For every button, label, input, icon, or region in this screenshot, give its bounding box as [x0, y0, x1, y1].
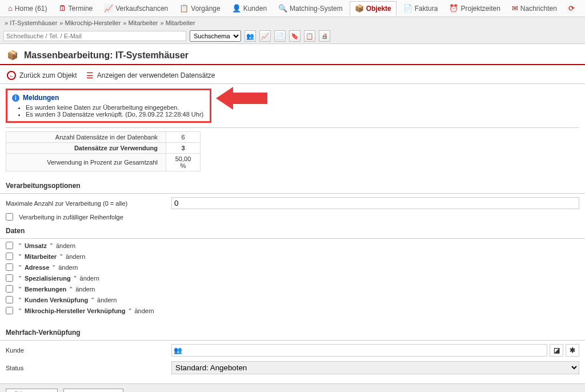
top-nav: ⌂Home (61)🗓Termine📈Verkaufschancen📋Vorgä…: [0, 0, 585, 17]
nav-label: Faktura: [415, 5, 438, 13]
nav-label: Kunden: [243, 5, 267, 13]
search-bar: Suchschema 👥 📈 📄 🔖 📋 🖨: [0, 29, 585, 44]
breadcrumb: IT-SystemhäuserMikrochip-HerstellerMitar…: [0, 17, 585, 29]
stat-label: Verwendung in Prozent zur Gesamtzahl: [6, 154, 166, 171]
nav-icon: 🔍: [278, 4, 287, 13]
back-to-object-link[interactable]: ← Zurück zum Objekt: [7, 71, 77, 80]
field-checkbox[interactable]: [6, 242, 13, 249]
random-order-row: Verarbeitung in zufälliger Reihenfolge: [0, 211, 585, 222]
nav-termine[interactable]: 🗓Termine: [54, 2, 98, 15]
data-field-row: "Mikrochip-Hersteller Verknüpfung" änder…: [0, 305, 585, 316]
nav-label: Nachrichten: [520, 5, 557, 13]
kunde-row: Kunde 👥 ◪ ✱: [0, 342, 585, 359]
breadcrumb-item[interactable]: Mikrochip-Hersteller: [59, 19, 121, 26]
messages-box: i Meldungen Es wurden keine Daten zur Üb…: [6, 89, 211, 123]
field-checkbox[interactable]: [6, 307, 13, 314]
toolbar-icon-copy[interactable]: 📋: [304, 30, 315, 42]
data-field-row: "Spezialisierung" ändern: [0, 273, 585, 283]
nav-label: Home (61): [15, 5, 47, 13]
stat-value: 50,00 %: [166, 154, 201, 171]
toolbar-icon-print[interactable]: 🖨: [319, 30, 330, 42]
field-suffix: ändern: [97, 297, 117, 303]
kunde-field[interactable]: 👥: [171, 344, 547, 357]
nav-nachrichten[interactable]: ✉Nachrichten: [507, 2, 562, 15]
people-icon: 👥: [174, 346, 182, 354]
field-checkbox[interactable]: [6, 263, 13, 271]
nav-label: Vorgänge: [191, 5, 220, 13]
nav-projektzeiten[interactable]: ⏰Projektzeiten: [444, 2, 504, 15]
nav-icon: 🗓: [59, 4, 66, 13]
info-icon: i: [12, 94, 19, 102]
data-header: Daten: [0, 222, 585, 237]
breadcrumb-item[interactable]: IT-Systemhäuser: [5, 19, 57, 26]
breadcrumb-item[interactable]: Mitarbeiter: [160, 19, 195, 26]
messages-list: Es wurden keine Daten zur Überarbeitung …: [26, 104, 205, 118]
nav-extra[interactable]: 📊: [582, 2, 585, 15]
nav-icon: 📈: [104, 4, 113, 13]
list-icon: ☰: [86, 71, 94, 80]
stats-table: Anzahl Datensätze in der Datenbank6Daten…: [6, 131, 201, 171]
action-bar: ← Zurück zum Objekt ☰ Anzeigen der verwe…: [0, 67, 585, 84]
message-item: Es wurden 3 Datensätze verknüpft. (Do, 2…: [26, 111, 205, 118]
nav-verkaufschancen[interactable]: 📈Verkaufschancen: [99, 2, 173, 15]
search-schema-select[interactable]: Suchschema: [190, 30, 241, 42]
nav-label: Objekte: [366, 5, 391, 13]
nav-extra[interactable]: ⟳: [564, 2, 579, 15]
toolbar-icon-people[interactable]: 👥: [245, 30, 256, 42]
toolbar-icon-chart[interactable]: 📈: [259, 30, 271, 42]
field-checkbox[interactable]: [6, 285, 13, 293]
field-name: Mikrochip-Hersteller Verknüpfung: [25, 307, 126, 314]
nav-objekte[interactable]: 📦Objekte: [350, 1, 396, 15]
messages-title: Meldungen: [23, 94, 59, 102]
nav-kunden[interactable]: 👤Kunden: [227, 2, 271, 15]
field-suffix: ändern: [75, 286, 95, 293]
max-count-input[interactable]: [171, 197, 579, 209]
stat-value: 3: [166, 143, 201, 154]
max-count-row: Maximale Anzahl zur Verarbeitung (0 = al…: [0, 195, 585, 211]
processing-options-header: Verarbeitungsoptionen: [0, 177, 585, 192]
nav-home-[interactable]: ⌂Home (61): [3, 2, 52, 15]
random-order-checkbox[interactable]: [6, 213, 13, 221]
kunde-add-button[interactable]: ✱: [566, 344, 579, 357]
nav-vorg-nge[interactable]: 📋Vorgänge: [175, 2, 225, 15]
messages-header: i Meldungen: [12, 94, 205, 102]
field-name: Mitarbeiter: [25, 253, 57, 260]
breadcrumb-item[interactable]: Mitarbeiter: [123, 19, 158, 26]
nav-icon: 👤: [232, 4, 241, 13]
kunde-label: Kunde: [6, 347, 166, 354]
toolbar-icon-bookmark[interactable]: 🔖: [289, 30, 300, 42]
nav-matching-system[interactable]: 🔍Matching-System: [274, 2, 347, 15]
quick-search-input[interactable]: [3, 31, 186, 41]
max-count-label: Maximale Anzahl zur Verarbeitung (0 = al…: [6, 200, 166, 207]
field-checkbox[interactable]: [6, 253, 13, 260]
stat-label: Anzahl Datensätze in der Datenbank: [6, 132, 166, 143]
page-title-row: 📦 Massenbearbeitung: IT-Systemhäuser: [0, 44, 585, 64]
field-name: Bemerkungen: [25, 286, 66, 293]
data-field-row: "Adresse" ändern: [0, 262, 585, 273]
back-arrow-icon: ←: [7, 71, 16, 80]
show-records-link[interactable]: ☰ Anzeigen der verwendeten Datensätze: [86, 71, 215, 80]
toolbar-icon-doc[interactable]: 📄: [274, 30, 286, 42]
show-label: Anzeigen der verwendeten Datensätze: [97, 71, 215, 79]
field-suffix: ändern: [134, 307, 154, 314]
update-button[interactable]: 💾 Update: [6, 389, 58, 392]
nav-icon: 📋: [179, 4, 189, 13]
status-select[interactable]: Standard: Angeboten: [171, 361, 579, 374]
nav-label: Matching-System: [290, 5, 343, 13]
field-checkbox[interactable]: [6, 296, 13, 303]
field-suffix: ändern: [56, 242, 75, 249]
kunde-lookup-button[interactable]: ◪: [550, 344, 563, 357]
cancel-button[interactable]: ✖ Abbrechen: [63, 389, 123, 392]
page-title: Massenbearbeitung: IT-Systemhäuser: [24, 50, 189, 61]
nav-icon: ⌂: [8, 4, 13, 13]
nav-label: Verkaufschancen: [115, 5, 168, 13]
nav-icon: ⏰: [449, 4, 458, 13]
field-checkbox[interactable]: [6, 274, 13, 282]
stat-label: Datensätze zur Verwendung: [6, 143, 166, 154]
nav-faktura[interactable]: 📄Faktura: [399, 2, 443, 15]
object-icon: 📦: [7, 50, 18, 61]
status-label: Status: [6, 365, 166, 371]
field-name: Kunden Verknüpfung: [25, 297, 88, 303]
data-field-row: "Bemerkungen" ändern: [0, 283, 585, 294]
data-field-row: "Kunden Verknüpfung" ändern: [0, 294, 585, 305]
